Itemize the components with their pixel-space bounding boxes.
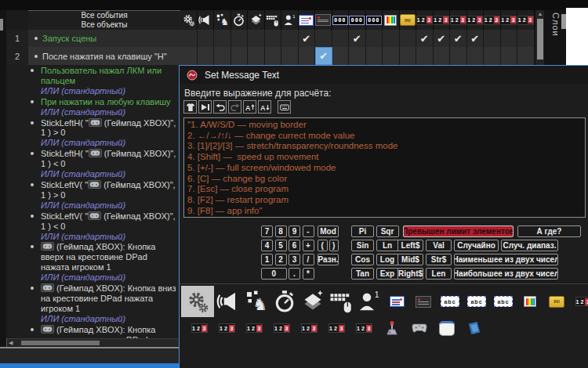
calc-button-Exp[interactable]: Exp bbox=[376, 268, 399, 280]
tray-icon-keyboard[interactable] bbox=[327, 287, 355, 316]
tray-icon-window[interactable] bbox=[383, 287, 410, 316]
action-cell[interactable] bbox=[180, 47, 198, 65]
calc-button--[interactable]: - bbox=[303, 225, 314, 237]
calc-button-9[interactable]: 9 bbox=[289, 225, 300, 237]
keyboard-toggle-button[interactable] bbox=[278, 100, 291, 114]
tray-icon-canvas[interactable] bbox=[433, 319, 460, 337]
tray-icon-counter123[interactable]: 123 bbox=[213, 319, 241, 337]
tray-icon-joystick[interactable] bbox=[378, 319, 405, 337]
grid-column-monitor[interactable] bbox=[315, 10, 332, 30]
action-cell[interactable] bbox=[450, 47, 467, 65]
grid-column-player[interactable]: 1 bbox=[281, 10, 299, 30]
action-cell[interactable] bbox=[400, 30, 417, 47]
event-label[interactable]: После нажатия на клавишу "H" bbox=[28, 47, 180, 65]
condition-item[interactable]: (Геймпад XBOX): Кнопка вниз на крестовин… bbox=[6, 283, 179, 324]
redo-button[interactable] bbox=[228, 100, 241, 114]
action-cell[interactable] bbox=[231, 47, 249, 65]
calc-button-Cos[interactable]: Cos bbox=[351, 254, 374, 265]
dialog-titlebar[interactable]: Set Message Text bbox=[180, 66, 588, 84]
grid-column-window[interactable] bbox=[299, 10, 316, 30]
calc-button-0[interactable]: 0 bbox=[261, 268, 287, 280]
grid-column-counter123[interactable]: 123 bbox=[484, 10, 501, 30]
action-cell[interactable] bbox=[383, 47, 400, 65]
grid-column-counter123[interactable]: 123 bbox=[416, 10, 434, 30]
tray-icon-counter123[interactable]: 123 bbox=[186, 319, 213, 337]
calc-button-Случ. диапаз.[interactable]: Случ. диапаз. bbox=[501, 240, 558, 251]
grid-column-diamond[interactable] bbox=[248, 10, 265, 30]
grid-column-counter123[interactable]: 123 bbox=[517, 10, 535, 30]
grid-column-counter000[interactable]: 000 bbox=[332, 10, 350, 30]
grid-vscroll-thumb[interactable] bbox=[537, 19, 543, 60]
grid-column-counter000[interactable]: 000 bbox=[349, 10, 366, 30]
left-edge-scroll-nub[interactable] bbox=[0, 19, 3, 31]
calc-button-Val[interactable]: Val bbox=[426, 240, 452, 251]
grid-column-palette[interactable] bbox=[383, 10, 400, 30]
tray-icon-abc[interactable]: abc bbox=[437, 287, 463, 316]
action-cell[interactable] bbox=[281, 30, 299, 47]
action-cell[interactable] bbox=[248, 47, 265, 65]
calc-button-Mid$[interactable]: Mid$ bbox=[397, 254, 423, 265]
tray-icon-xbox[interactable] bbox=[405, 319, 433, 337]
font-increase-button[interactable]: A bbox=[243, 100, 256, 114]
event-row[interactable]: 2 После нажатия на клавишу "H" ✔ bbox=[6, 47, 535, 65]
tray-icon-scene[interactable]: ♞ bbox=[242, 287, 270, 316]
tray-icon-ini[interactable]: INI bbox=[543, 287, 570, 316]
tray-icon-player[interactable]: 1 bbox=[355, 287, 383, 316]
action-cell[interactable] bbox=[467, 47, 485, 65]
action-cell[interactable] bbox=[400, 47, 417, 65]
calc-button-6[interactable]: 6 bbox=[289, 240, 300, 251]
calc-button-Ln[interactable]: Ln bbox=[376, 240, 399, 251]
action-cell[interactable] bbox=[366, 47, 383, 65]
layers-tab[interactable]: Слои bbox=[548, 13, 561, 53]
action-cell[interactable]: ✔ bbox=[416, 30, 434, 47]
action-cell[interactable] bbox=[484, 30, 501, 47]
grid-title[interactable]: Все события Все объекты bbox=[28, 10, 180, 30]
tray-icon-monitor[interactable] bbox=[410, 287, 437, 316]
play-pause-button[interactable] bbox=[198, 100, 212, 114]
calc-button-3[interactable]: 3 bbox=[289, 254, 300, 265]
side-scroll-thumb[interactable] bbox=[561, 14, 566, 29]
action-cell[interactable] bbox=[214, 47, 231, 65]
calc-button-+[interactable]: + bbox=[303, 240, 314, 251]
calc-button-Right$[interactable]: Right$ bbox=[397, 268, 423, 280]
action-cell[interactable]: ✔ bbox=[299, 30, 316, 47]
action-cell[interactable] bbox=[416, 47, 434, 65]
calc-button-4[interactable]: 4 bbox=[261, 240, 273, 251]
calc-button-Случайно[interactable]: Случайно bbox=[454, 240, 499, 251]
grid-column-scene[interactable]: ♞ bbox=[214, 10, 231, 30]
calc-button-Pi[interactable]: Pi bbox=[351, 225, 374, 237]
grid-column-timer[interactable] bbox=[231, 10, 249, 30]
event-row[interactable]: 1 Запуск сцены ✔✔✔✔✔✔ bbox=[6, 30, 535, 47]
action-cell[interactable] bbox=[484, 47, 501, 65]
grid-column-gear[interactable] bbox=[180, 10, 198, 30]
action-cell[interactable] bbox=[265, 30, 282, 47]
action-cell[interactable] bbox=[434, 47, 451, 65]
action-cell[interactable] bbox=[231, 30, 249, 47]
grid-column-speaker[interactable] bbox=[198, 10, 215, 30]
grid-vertical-scrollbar[interactable]: ▲ bbox=[535, 10, 544, 65]
calc-button-7[interactable]: 7 bbox=[261, 225, 273, 237]
action-cell[interactable] bbox=[383, 30, 400, 47]
calc-button-close-paren[interactable]: ) bbox=[329, 240, 339, 251]
action-cell[interactable]: ✔ bbox=[450, 30, 467, 47]
tray-icon-gear[interactable] bbox=[181, 286, 214, 317]
grid-column-keyboard[interactable] bbox=[265, 10, 282, 30]
calc-button-/[interactable]: / bbox=[303, 254, 314, 265]
calc-button-Sqr[interactable]: Sqr bbox=[376, 225, 399, 237]
calc-button-min-of-two[interactable]: Наименьшее из двух чисел bbox=[454, 254, 558, 265]
action-cell[interactable] bbox=[299, 47, 316, 65]
condition-item[interactable]: При нажатии на любую клавишуИЛИ (стандар… bbox=[6, 96, 179, 117]
action-cell[interactable] bbox=[315, 30, 332, 47]
condition-item[interactable]: StickLeftV( " (Геймпад XBOX)", 1 ) > 0ИЛ… bbox=[6, 179, 179, 211]
tray-icon-counter123[interactable]: 123 bbox=[323, 319, 350, 337]
tray-icon-abc[interactable]: abc bbox=[490, 287, 517, 316]
calc-button-2[interactable]: 2 bbox=[275, 254, 287, 265]
action-cell[interactable] bbox=[501, 30, 518, 47]
action-cell[interactable] bbox=[198, 47, 215, 65]
condition-horizontal-scrollbar[interactable]: ◀ bbox=[7, 338, 179, 346]
condition-hscroll-thumb[interactable] bbox=[21, 341, 100, 345]
expression-editor[interactable]: "1. A/W/S/D — moving border2. ←/→/↑/↓ — … bbox=[183, 117, 586, 218]
calc-button-Log[interactable]: Log bbox=[376, 254, 399, 265]
action-cell[interactable] bbox=[281, 47, 299, 65]
action-cell[interactable] bbox=[366, 30, 383, 47]
